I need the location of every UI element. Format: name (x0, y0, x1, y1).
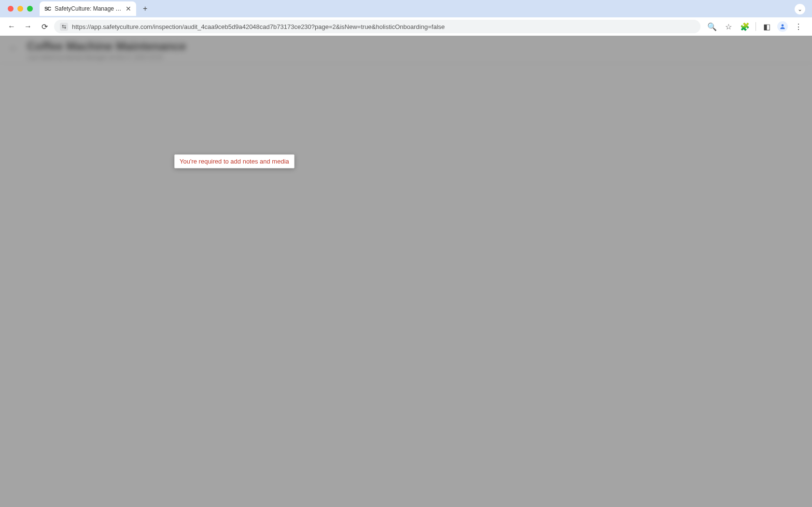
profile-avatar[interactable] (777, 21, 788, 32)
divider (756, 22, 756, 31)
required-warning-callout: You're required to add notes and media (174, 154, 294, 168)
tab-strip: SC SafetyCulture: Manage Teams and... ✕ … (0, 0, 812, 17)
kebab-menu-icon[interactable]: ⋮ (793, 21, 804, 32)
tab-close-icon[interactable]: ✕ (126, 5, 131, 13)
nav-forward-icon[interactable]: → (21, 20, 35, 33)
bookmark-icon[interactable]: ☆ (723, 21, 734, 32)
page-subtitle: Last edited by Barista Manager at Nov 5,… (27, 54, 186, 61)
back-arrow-icon[interactable]: ← (9, 40, 18, 54)
browser-toolbar: ← → ⟳ ⇆ https://app.safetyculture.com/in… (0, 17, 812, 36)
zoom-icon[interactable]: 🔍 (706, 21, 718, 32)
page-title: Coffee Machine Maintenance (27, 40, 186, 53)
dim-overlay (0, 36, 812, 507)
window-controls (5, 6, 36, 12)
address-bar[interactable]: ⇆ https://app.safetyculture.com/inspecti… (54, 20, 700, 33)
browser-chrome: SC SafetyCulture: Manage Teams and... ✕ … (0, 0, 812, 36)
toolbar-right: 🔍 ☆ 🧩 ◧ ⋮ (703, 21, 807, 32)
page-body: ⌄ Page 2 of 4 Coffee Machine Inspection … (0, 64, 812, 68)
app-header: ← Coffee Machine Maintenance Last edited… (0, 36, 812, 64)
sidepanel-icon[interactable]: ◧ (761, 21, 772, 32)
title-block: Coffee Machine Maintenance Last edited b… (27, 40, 186, 61)
extensions-icon[interactable]: 🧩 (739, 21, 751, 32)
site-settings-icon[interactable]: ⇆ (60, 23, 68, 31)
tab-favicon: SC (44, 6, 51, 12)
svg-point-0 (782, 24, 784, 27)
app-viewport: ← Coffee Machine Maintenance Last edited… (0, 36, 812, 507)
tabs-dropdown-icon[interactable]: ⌄ (795, 4, 805, 14)
url-text: https://app.safetyculture.com/inspection… (72, 23, 445, 30)
new-tab-button[interactable]: + (140, 4, 150, 13)
window-close[interactable] (8, 6, 14, 12)
tab-title: SafetyCulture: Manage Teams and... (55, 5, 122, 12)
window-maximize[interactable] (27, 6, 33, 12)
nav-back-icon[interactable]: ← (5, 20, 18, 33)
browser-tab[interactable]: SC SafetyCulture: Manage Teams and... ✕ (40, 1, 136, 16)
required-warning-text: You're required to add notes and media (180, 158, 289, 165)
nav-reload-icon[interactable]: ⟳ (38, 20, 51, 33)
window-minimize[interactable] (17, 6, 23, 12)
